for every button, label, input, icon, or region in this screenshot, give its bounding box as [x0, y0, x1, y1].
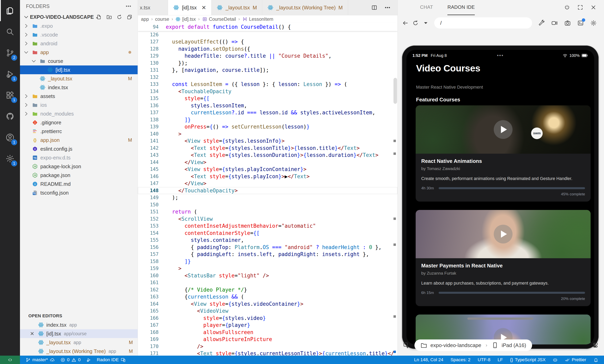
remote-indicator[interactable] [0, 356, 20, 364]
breadcrumb-course[interactable]: course [155, 17, 169, 22]
play-button[interactable] [494, 225, 513, 243]
course-card[interactable]: swmReact Native Animationsby Tomasz Zawa… [416, 105, 591, 202]
prettier-item[interactable]: Prettier [565, 357, 586, 362]
tree-item-.gitignore[interactable]: .gitignore [20, 118, 138, 127]
editor-tab-[id].tsx[interactable]: [id].tsx✕ [168, 0, 212, 15]
copilot-item[interactable] [553, 357, 558, 362]
tree-item-_layout.tsx[interactable]: _layout.tsxM [20, 74, 138, 83]
close-icon[interactable]: ✕ [201, 4, 206, 11]
split-editor-icon[interactable] [371, 4, 378, 11]
tree-item-assets[interactable]: assets [20, 92, 138, 101]
code-line-146: 146 <Text style={styles.playIcon}>▶</Tex… [138, 173, 397, 180]
debug-console-icon[interactable] [577, 20, 584, 26]
folders-header: FOLDERS [20, 0, 138, 12]
tree-root-row[interactable]: EXPO-VIDEO-LANDSCAPE [20, 12, 138, 22]
back-icon[interactable] [402, 20, 409, 26]
git-branch-item[interactable]: master* [25, 357, 55, 362]
activity-account[interactable]: 1 [0, 127, 20, 148]
device-selector[interactable]: expo-video-landscape › iPad (A16) [415, 340, 532, 351]
tree-item-README.md[interactable]: iREADME.md [20, 180, 138, 188]
line-number: 161 [138, 280, 166, 285]
tree-item-android[interactable]: android [20, 39, 138, 48]
settings-icon[interactable] [590, 20, 597, 26]
chevron-down-icon[interactable] [422, 20, 429, 26]
svg-text:JS: JS [34, 174, 36, 176]
tab-chat[interactable]: CHAT [420, 0, 433, 15]
tree-item-[id].tsx[interactable]: [id].tsx [20, 65, 138, 74]
close-icon[interactable]: ✕ [30, 331, 38, 337]
code-text: <View style={styles.playIconContainer}> [166, 166, 306, 172]
file-label: app [40, 49, 49, 55]
breadcrumb-LessonItem[interactable]: LessonItem [242, 17, 273, 22]
tree-item-app.json[interactable]: {}app.jsonM [20, 136, 138, 145]
open-editor-[id].tsx[interactable]: ✕[id].tsxapp/course [20, 329, 138, 338]
tab-radon-ide[interactable]: RADON IDE [447, 0, 475, 15]
open-editor-index.tsx[interactable]: index.tsxapp [20, 320, 138, 329]
tree-item-tsconfig.json[interactable]: TStsconfig.json [20, 188, 138, 197]
theme-toggle-icon[interactable] [592, 342, 599, 349]
tree-item-ios[interactable]: ios [20, 101, 138, 109]
tree-item-index.tsx[interactable]: index.tsx [20, 83, 138, 92]
screenshot-icon[interactable] [564, 20, 571, 26]
tree-item-package.json[interactable]: JSpackage.json [20, 171, 138, 180]
course-card[interactable]: Master Payments in React Nativeby Zuzann… [416, 210, 591, 306]
breadcrumb[interactable]: app›course›[id].tsx›CourseDetail›LessonI… [138, 15, 397, 23]
tools-icon[interactable] [538, 20, 545, 26]
inspect-icon[interactable] [403, 342, 410, 349]
radon-ide-item[interactable]: Radon IDE [97, 357, 126, 362]
chevron-icon [31, 58, 37, 64]
open-editor-_layout.tsx[interactable]: _layout.tsxappM [20, 338, 138, 347]
tree-item-.expo[interactable]: .expo [20, 22, 138, 30]
breadcrumb-CourseDetail[interactable]: CourseDetail [202, 17, 236, 22]
editor-tab-x.tsx[interactable]: x.tsx [138, 0, 168, 15]
tree-item-expo-env.d.ts[interactable]: TSexpo-env.d.ts [20, 153, 138, 162]
editor-tab-_layout.tsx (Working Tree)[interactable]: _layout.tsx (Working Tree)M [262, 0, 348, 15]
wifi-icon [563, 53, 568, 58]
breadcrumb-[id].tsx[interactable]: [id].tsx [175, 17, 196, 22]
activity-ext[interactable]: 1 [0, 85, 20, 106]
url-bar[interactable]: / [434, 17, 532, 29]
tree-item-app[interactable]: app [20, 48, 138, 57]
line-number: 135 [138, 96, 166, 101]
home-indicator[interactable] [467, 317, 533, 320]
play-button[interactable] [494, 120, 513, 139]
file-label: ios [40, 102, 47, 108]
breadcrumb-app[interactable]: app [141, 17, 149, 22]
reload-icon[interactable] [412, 20, 419, 26]
tree-item-package-lock.json[interactable]: JSpackage-lock.json [20, 162, 138, 171]
activity-github[interactable] [0, 106, 20, 127]
activity-search[interactable] [0, 21, 20, 42]
indentation[interactable]: Spaces: 2 [451, 357, 471, 362]
editor-scrollbar[interactable] [393, 78, 397, 104]
device-screen[interactable]: 1:52 PM Fri Aug 8 ••• 100% Video Courses… [406, 50, 594, 344]
language-mode[interactable]: {} TypeScript JSX [510, 357, 546, 362]
line-number: 137 [138, 110, 166, 115]
chevron-icon [23, 40, 29, 47]
code-text: navigation.setOptions({ [166, 46, 250, 52]
fexpo-icon [32, 23, 38, 29]
tree-item-.prettierrc[interactable]: .prettierrc [20, 127, 138, 136]
open-editors-header[interactable]: OPEN EDITORS [20, 311, 138, 320]
problems-item[interactable]: 0 0 [60, 357, 81, 362]
tree-item-.vscode[interactable]: .vscode [20, 30, 138, 39]
more-actions-icon[interactable] [384, 4, 391, 11]
open-editor-_layout.tsx (Working Tree)[interactable]: _layout.tsx (Working Tree)appM [20, 347, 138, 356]
notifications-item[interactable] [593, 357, 598, 362]
eol[interactable]: LF [498, 357, 503, 362]
activity-gear[interactable]: 1 [0, 148, 20, 169]
tree-item-eslint.config.js[interactable]: eslint.config.js [20, 145, 138, 153]
device-status-right: 100% [563, 53, 588, 58]
editor-tab-_layout.tsx[interactable]: _layout.tsxM [212, 0, 262, 15]
code-area[interactable]: 126127 useLayoutEffect(() => {128 naviga… [138, 31, 397, 356]
editor-group[interactable]: x.tsx[id].tsx✕_layout.tsxM_layout.tsx (W… [138, 0, 397, 356]
screen-record-icon[interactable] [551, 20, 558, 26]
tree-item-course[interactable]: course [20, 57, 138, 65]
activity-debug[interactable]: 1 [0, 63, 20, 85]
more-actions-icon[interactable] [125, 3, 132, 9]
activity-scm[interactable]: 2 [0, 42, 20, 63]
tree-item-node_modules[interactable]: node_modules [20, 109, 138, 118]
debug-item[interactable] [86, 357, 91, 362]
activity-files[interactable] [0, 0, 20, 21]
encoding[interactable]: UTF-8 [478, 357, 491, 362]
cursor-position[interactable]: Ln 148, Col 24 [414, 357, 443, 362]
